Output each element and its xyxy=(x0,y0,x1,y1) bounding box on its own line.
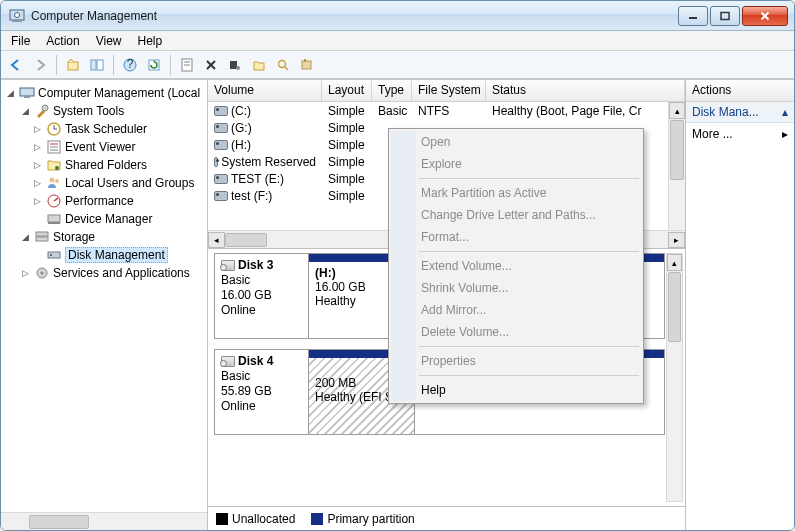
disk-info: Disk 4 Basic 55.89 GB Online xyxy=(215,350,309,434)
tree-services[interactable]: ▷Services and Applications xyxy=(5,264,207,282)
vol-layout: Simple xyxy=(322,155,372,169)
disk-type: Basic xyxy=(221,273,302,287)
no-expand xyxy=(32,250,43,261)
collapse-icon[interactable]: ◢ xyxy=(20,106,31,117)
tree-root[interactable]: ◢Computer Management (Local xyxy=(5,84,207,102)
col-filesystem[interactable]: File System xyxy=(412,80,486,101)
volume-row[interactable]: (C:)SimpleBasicNTFSHealthy (Boot, Page F… xyxy=(208,102,685,119)
open-button[interactable] xyxy=(248,54,270,76)
scroll-right-icon[interactable]: ▸ xyxy=(668,232,685,248)
tree-performance[interactable]: ▷Performance xyxy=(5,192,207,210)
expand-icon[interactable]: ▷ xyxy=(32,160,43,171)
expand-icon[interactable]: ▷ xyxy=(32,124,43,135)
actions-more[interactable]: More ...▸ xyxy=(686,123,794,145)
tree-hscrollbar[interactable] xyxy=(1,512,207,530)
disk-info: Disk 3 Basic 16.00 GB Online xyxy=(215,254,309,338)
tools-icon xyxy=(34,103,50,119)
back-button[interactable] xyxy=(5,54,27,76)
ctx-delete-volume: Delete Volume... xyxy=(391,321,641,343)
vol-layout: Simple xyxy=(322,138,372,152)
computer-icon xyxy=(19,85,35,101)
actions-group[interactable]: Disk Mana...▴ xyxy=(686,102,794,123)
actions-group-label: Disk Mana... xyxy=(692,105,759,119)
collapse-icon[interactable]: ◢ xyxy=(20,232,31,243)
svg-rect-8 xyxy=(91,60,96,70)
maximize-button[interactable] xyxy=(710,6,740,26)
services-icon xyxy=(34,265,50,281)
refresh-button[interactable] xyxy=(143,54,165,76)
delete-button[interactable] xyxy=(200,54,222,76)
scroll-thumb[interactable] xyxy=(670,120,684,180)
col-volume[interactable]: Volume xyxy=(208,80,322,101)
tree-label: Event Viewer xyxy=(65,140,135,154)
tree-local-users[interactable]: ▷Local Users and Groups xyxy=(5,174,207,192)
expand-icon[interactable]: ▷ xyxy=(32,178,43,189)
scroll-up-icon[interactable]: ▴ xyxy=(669,102,685,119)
tree-storage[interactable]: ◢Storage xyxy=(5,228,207,246)
tree-device-manager[interactable]: Device Manager xyxy=(5,210,207,228)
expand-icon[interactable]: ▷ xyxy=(32,196,43,207)
actions-more-label: More ... xyxy=(692,127,733,141)
vol-type: Basic xyxy=(372,104,412,118)
svg-point-26 xyxy=(42,105,48,111)
scroll-left-icon[interactable]: ◂ xyxy=(208,232,225,248)
legend-swatch-primary xyxy=(311,513,323,525)
find-button[interactable] xyxy=(272,54,294,76)
col-layout[interactable]: Layout xyxy=(322,80,372,101)
extra-button[interactable] xyxy=(296,54,318,76)
context-icon-gutter xyxy=(391,131,416,401)
expand-icon[interactable]: ▷ xyxy=(20,268,31,279)
ctx-help[interactable]: Help xyxy=(391,379,641,401)
tree-event-viewer[interactable]: ▷Event Viewer xyxy=(5,138,207,156)
expand-icon[interactable]: ▷ xyxy=(32,142,43,153)
ctx-explore: Explore xyxy=(391,153,641,175)
scroll-up-icon[interactable]: ▴ xyxy=(667,254,682,271)
scroll-thumb[interactable] xyxy=(225,233,267,247)
svg-rect-22 xyxy=(302,61,311,69)
tree-label: System Tools xyxy=(53,104,124,118)
menu-action[interactable]: Action xyxy=(38,33,87,49)
tree-disk-management[interactable]: Disk Management xyxy=(5,246,207,264)
vol-name: System Reserved xyxy=(221,155,316,169)
scroll-thumb[interactable] xyxy=(29,515,89,529)
menu-file[interactable]: File xyxy=(3,33,38,49)
svg-rect-41 xyxy=(36,232,48,236)
minimize-button[interactable] xyxy=(678,6,708,26)
titlebar[interactable]: Computer Management xyxy=(1,1,794,31)
menu-view[interactable]: View xyxy=(88,33,130,49)
disk-state: Online xyxy=(221,399,302,413)
up-button[interactable] xyxy=(62,54,84,76)
svg-point-44 xyxy=(50,254,52,256)
tree-shared-folders[interactable]: ▷Shared Folders xyxy=(5,156,207,174)
ctx-add-mirror: Add Mirror... xyxy=(391,299,641,321)
properties-button[interactable] xyxy=(176,54,198,76)
collapse-icon[interactable]: ◢ xyxy=(5,88,16,99)
users-icon xyxy=(46,175,62,191)
forward-button[interactable] xyxy=(29,54,51,76)
separator xyxy=(170,55,171,75)
volume-vscrollbar[interactable]: ▴ xyxy=(668,102,685,230)
svg-line-21 xyxy=(285,67,288,70)
tree-label: Local Users and Groups xyxy=(65,176,194,190)
separator xyxy=(419,178,639,179)
menu-help[interactable]: Help xyxy=(130,33,171,49)
tree-task-scheduler[interactable]: ▷Task Scheduler xyxy=(5,120,207,138)
svg-point-36 xyxy=(55,179,59,183)
col-type[interactable]: Type xyxy=(372,80,412,101)
svg-rect-4 xyxy=(721,12,729,19)
showhide-button[interactable] xyxy=(86,54,108,76)
close-button[interactable] xyxy=(742,6,788,26)
tree-label: Storage xyxy=(53,230,95,244)
help-button[interactable]: ? xyxy=(119,54,141,76)
svg-rect-7 xyxy=(68,62,78,70)
svg-rect-43 xyxy=(48,252,60,258)
tree-system-tools[interactable]: ◢System Tools xyxy=(5,102,207,120)
graph-vscrollbar[interactable]: ▴ xyxy=(666,253,683,502)
col-status[interactable]: Status xyxy=(486,80,685,101)
scroll-thumb[interactable] xyxy=(668,272,681,342)
ctx-format: Format... xyxy=(391,226,641,248)
settings-button[interactable] xyxy=(224,54,246,76)
perf-icon xyxy=(46,193,62,209)
tree-label: Performance xyxy=(65,194,134,208)
vol-layout: Simple xyxy=(322,172,372,186)
